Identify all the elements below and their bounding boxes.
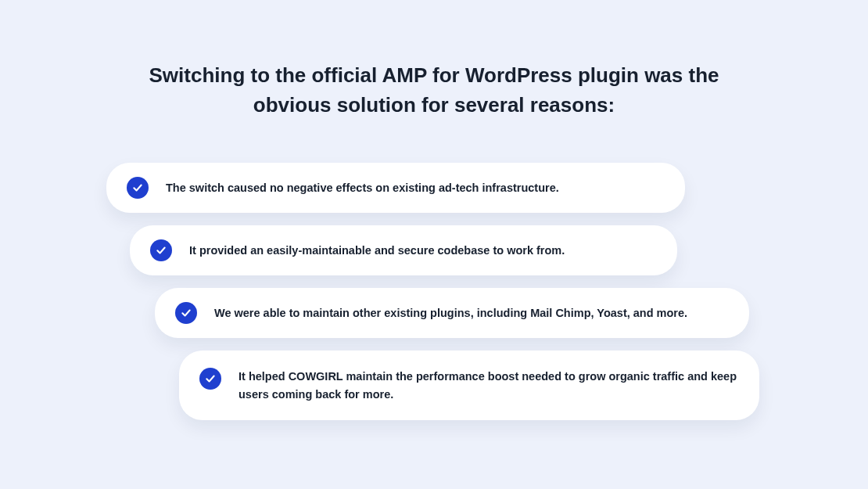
reason-text-2: It provided an easily-maintainable and s…: [189, 242, 565, 259]
check-icon: [199, 368, 221, 390]
reason-card-4: It helped COWGIRL maintain the performan…: [179, 351, 759, 420]
reason-text-1: The switch caused no negative effects on…: [166, 179, 559, 196]
reason-card-3: We were able to maintain other existing …: [155, 288, 749, 338]
check-icon: [175, 302, 197, 324]
slide-container: Switching to the official AMP for WordPr…: [0, 0, 868, 120]
reason-card-2: It provided an easily-maintainable and s…: [130, 225, 677, 275]
reason-card-1: The switch caused no negative effects on…: [106, 163, 685, 213]
main-heading: Switching to the official AMP for WordPr…: [137, 61, 731, 120]
check-icon: [127, 177, 149, 199]
reason-text-4: It helped COWGIRL maintain the performan…: [239, 368, 739, 403]
check-icon: [150, 239, 172, 261]
reason-text-3: We were able to maintain other existing …: [214, 304, 687, 322]
